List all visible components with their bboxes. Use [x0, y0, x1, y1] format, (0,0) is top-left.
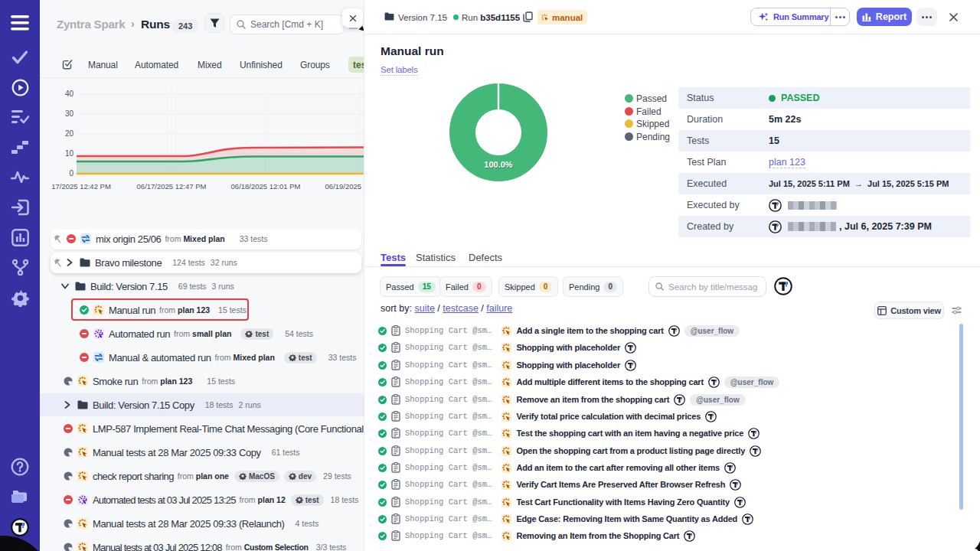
svg-text:100.0%: 100.0%: [484, 160, 513, 169]
